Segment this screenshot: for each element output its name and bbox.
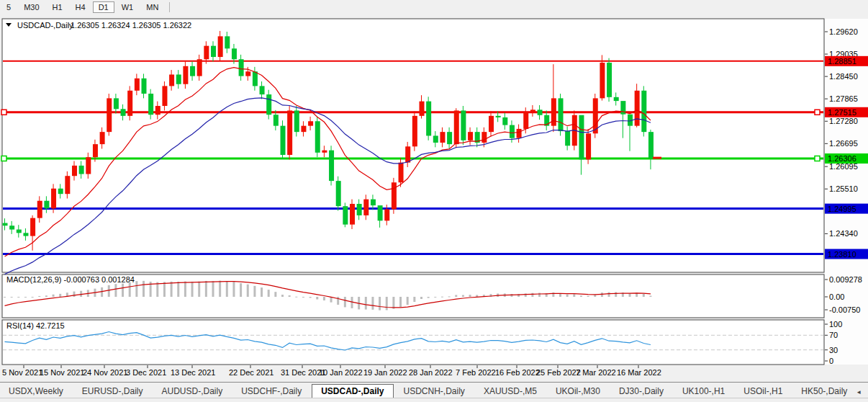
tab-uk100[interactable]: UK100-,H1 <box>674 385 733 398</box>
candle-body <box>100 132 105 144</box>
rsi-pane[interactable] <box>2 320 824 365</box>
macd-bar <box>32 297 34 298</box>
macd-label: MACD(12,26,9) -0.000763 0.001284 <box>6 275 135 284</box>
tab-usdcad[interactable]: USDCAD-,Daily <box>312 384 393 398</box>
macd-bar <box>510 294 512 297</box>
candle-body <box>350 204 355 225</box>
macd-bar <box>643 294 645 297</box>
candle-body <box>343 206 348 224</box>
macd-bar <box>17 297 19 298</box>
candle-body <box>107 98 112 132</box>
date-label: 22 Dec 2021 <box>229 368 273 377</box>
macd-bar <box>184 282 186 297</box>
macd-bar <box>587 296 589 297</box>
candle-body <box>281 126 286 155</box>
macd-bar <box>73 292 76 297</box>
candle-body <box>523 112 528 129</box>
candle-body <box>426 102 431 136</box>
macd-bar <box>135 281 137 297</box>
candle-body <box>253 71 258 86</box>
macd-bar <box>171 282 173 297</box>
candle-body <box>315 121 320 153</box>
macd-bar <box>122 283 124 297</box>
tab-eurusd[interactable]: EURUSD-,Daily <box>73 385 152 398</box>
price-tick-label: 1.26695 <box>829 139 858 148</box>
date-label: 25 Feb 2022 <box>536 368 581 377</box>
hline-handle[interactable] <box>1 156 6 161</box>
candle-body <box>399 163 404 183</box>
rsi-label: RSI(14) 42.7215 <box>6 321 65 330</box>
candle-body <box>384 209 389 220</box>
macd-bar <box>198 282 200 297</box>
macd-bar <box>608 292 610 297</box>
candle-body <box>378 205 383 220</box>
macd-bar <box>448 296 451 297</box>
candle-body <box>538 110 543 115</box>
date-label: 3 Dec 2021 <box>126 368 166 377</box>
candle-body <box>183 66 188 84</box>
macd-bar <box>365 297 367 310</box>
price-tick-label: 1.25510 <box>829 184 858 193</box>
hline-handle[interactable] <box>815 156 820 161</box>
candle-body <box>565 131 570 146</box>
hline-handle[interactable] <box>815 110 820 115</box>
macd-bar <box>177 282 179 297</box>
macd-bar <box>129 282 131 297</box>
hline-handle[interactable] <box>1 110 6 115</box>
tab-usdx[interactable]: USDX,Weekly <box>0 385 72 398</box>
macd-bar <box>268 290 270 297</box>
macd-bar <box>219 281 221 297</box>
macd-bar <box>580 295 582 297</box>
candle-body <box>600 63 605 98</box>
tab-hk50[interactable]: HK50-,Daily <box>792 385 856 398</box>
tab-xauusd[interactable]: XAUUSD-,M5 <box>475 385 546 398</box>
candle-body <box>155 106 161 115</box>
macd-bar <box>38 296 40 297</box>
macd-bar <box>371 297 374 310</box>
candle-body <box>586 133 591 159</box>
macd-bar <box>232 282 235 297</box>
price-flag-label: 1.23810 <box>828 250 856 259</box>
macd-bar <box>205 281 207 297</box>
candle-body <box>245 71 250 76</box>
macd-bar <box>53 295 55 297</box>
macd-bar <box>212 281 214 297</box>
tab-usdcnh[interactable]: USDCNH-,Daily <box>395 385 474 398</box>
candle-body <box>405 146 410 162</box>
tab-dj30[interactable]: DJ30-,Daily <box>610 385 672 398</box>
candle-body <box>58 189 63 194</box>
price-flag-label: 1.26306 <box>828 154 856 163</box>
macd-bar <box>420 297 422 299</box>
mt4-window: 5M30H1H4D1W1MN USDCAD-,Daily 1.26305 1.2… <box>0 0 868 402</box>
candle-body <box>607 63 612 97</box>
candle-body <box>51 189 56 209</box>
candle-body <box>197 59 202 76</box>
chart-canvas[interactable]: USDCAD-,Daily 1.26305 1.26324 1.26305 1.… <box>0 0 868 382</box>
tab-usdchf[interactable]: USDCHF-,Daily <box>232 385 310 398</box>
candle-body <box>23 233 28 236</box>
macd-axis-label: 0.00 <box>829 292 844 301</box>
macd-bar <box>240 283 242 297</box>
date-label: 16 Mar 2022 <box>617 368 661 377</box>
macd-bar <box>407 297 409 305</box>
candle-body <box>461 110 466 140</box>
macd-bar <box>253 286 256 297</box>
macd-bar <box>226 281 228 297</box>
candle-body <box>225 36 230 48</box>
macd-bar <box>351 297 353 308</box>
tab-ukoil[interactable]: UKOil-,M30 <box>547 385 609 398</box>
bottom-strip <box>0 398 868 402</box>
candle-body <box>86 157 91 174</box>
candle-body <box>142 79 147 94</box>
tab-usoil[interactable]: USOil-,H1 <box>735 385 791 398</box>
macd-bar <box>476 295 478 297</box>
candle-body <box>641 91 646 132</box>
macd-bar <box>59 294 61 297</box>
tab-audusd[interactable]: AUDUSD-,Daily <box>153 385 231 398</box>
candle-body <box>148 94 153 115</box>
chart-title: USDCAD-,Daily <box>17 21 73 30</box>
candle-body <box>329 151 334 181</box>
price-tick-label: 1.28450 <box>829 72 858 81</box>
tab-scroll-left-icon[interactable]: ◄ <box>856 390 862 396</box>
macd-bar <box>601 292 603 297</box>
